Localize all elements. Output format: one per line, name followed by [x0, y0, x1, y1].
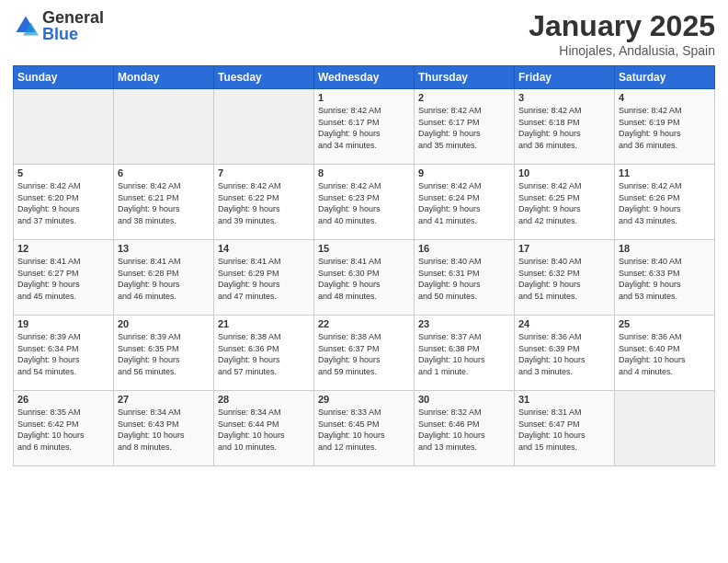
day-number: 29 — [318, 394, 410, 405]
day-number: 12 — [17, 243, 109, 254]
day-info: Sunrise: 8:41 AM Sunset: 6:30 PM Dayligh… — [318, 256, 410, 302]
day-cell — [214, 89, 314, 165]
day-cell: 1Sunrise: 8:42 AM Sunset: 6:17 PM Daylig… — [314, 89, 415, 165]
week-row-1: 5Sunrise: 8:42 AM Sunset: 6:20 PM Daylig… — [14, 165, 715, 240]
day-info: Sunrise: 8:42 AM Sunset: 6:23 PM Dayligh… — [318, 180, 410, 226]
header-tuesday: Tuesday — [214, 66, 314, 89]
day-info: Sunrise: 8:40 AM Sunset: 6:33 PM Dayligh… — [619, 256, 711, 302]
day-cell: 26Sunrise: 8:35 AM Sunset: 6:42 PM Dayli… — [14, 391, 114, 466]
day-number: 17 — [518, 243, 610, 254]
day-cell: 12Sunrise: 8:41 AM Sunset: 6:27 PM Dayli… — [14, 240, 114, 316]
day-info: Sunrise: 8:42 AM Sunset: 6:17 PM Dayligh… — [418, 105, 510, 151]
day-number: 20 — [118, 318, 210, 329]
day-info: Sunrise: 8:42 AM Sunset: 6:18 PM Dayligh… — [518, 105, 610, 151]
day-cell: 11Sunrise: 8:42 AM Sunset: 6:26 PM Dayli… — [615, 165, 715, 240]
day-info: Sunrise: 8:36 AM Sunset: 6:39 PM Dayligh… — [518, 331, 610, 377]
day-info: Sunrise: 8:41 AM Sunset: 6:29 PM Dayligh… — [218, 256, 310, 302]
day-cell — [114, 89, 214, 165]
day-number: 5 — [17, 167, 109, 178]
header: General Blue January 2025 Hinojales, And… — [13, 9, 715, 58]
day-info: Sunrise: 8:34 AM Sunset: 6:43 PM Dayligh… — [118, 407, 210, 453]
day-cell — [615, 391, 715, 466]
day-info: Sunrise: 8:42 AM Sunset: 6:25 PM Dayligh… — [518, 180, 610, 226]
day-info: Sunrise: 8:42 AM Sunset: 6:19 PM Dayligh… — [619, 105, 711, 151]
week-row-3: 19Sunrise: 8:39 AM Sunset: 6:34 PM Dayli… — [14, 316, 715, 391]
day-info: Sunrise: 8:38 AM Sunset: 6:37 PM Dayligh… — [318, 331, 410, 377]
day-number: 9 — [418, 167, 510, 178]
day-info: Sunrise: 8:42 AM Sunset: 6:17 PM Dayligh… — [318, 105, 410, 151]
day-number: 19 — [17, 318, 109, 329]
day-cell: 30Sunrise: 8:32 AM Sunset: 6:46 PM Dayli… — [415, 391, 515, 466]
day-cell: 23Sunrise: 8:37 AM Sunset: 6:38 PM Dayli… — [415, 316, 515, 391]
day-cell: 6Sunrise: 8:42 AM Sunset: 6:21 PM Daylig… — [114, 165, 214, 240]
header-sunday: Sunday — [14, 66, 114, 89]
day-cell: 5Sunrise: 8:42 AM Sunset: 6:20 PM Daylig… — [14, 165, 114, 240]
day-number: 6 — [118, 167, 210, 178]
logo-general: General — [42, 9, 104, 26]
week-row-0: 1Sunrise: 8:42 AM Sunset: 6:17 PM Daylig… — [14, 89, 715, 165]
location-subtitle: Hinojales, Andalusia, Spain — [529, 43, 715, 58]
day-info: Sunrise: 8:33 AM Sunset: 6:45 PM Dayligh… — [318, 407, 410, 453]
day-cell: 18Sunrise: 8:40 AM Sunset: 6:33 PM Dayli… — [615, 240, 715, 316]
day-cell: 22Sunrise: 8:38 AM Sunset: 6:37 PM Dayli… — [314, 316, 415, 391]
day-cell — [14, 89, 114, 165]
day-info: Sunrise: 8:42 AM Sunset: 6:24 PM Dayligh… — [418, 180, 510, 226]
day-info: Sunrise: 8:32 AM Sunset: 6:46 PM Dayligh… — [418, 407, 510, 453]
day-info: Sunrise: 8:42 AM Sunset: 6:22 PM Dayligh… — [218, 180, 310, 226]
week-row-2: 12Sunrise: 8:41 AM Sunset: 6:27 PM Dayli… — [14, 240, 715, 316]
logo-icon — [13, 13, 39, 39]
logo: General Blue — [13, 9, 104, 42]
day-cell: 25Sunrise: 8:36 AM Sunset: 6:40 PM Dayli… — [615, 316, 715, 391]
day-cell: 13Sunrise: 8:41 AM Sunset: 6:28 PM Dayli… — [114, 240, 214, 316]
day-cell: 14Sunrise: 8:41 AM Sunset: 6:29 PM Dayli… — [214, 240, 314, 316]
day-cell: 17Sunrise: 8:40 AM Sunset: 6:32 PM Dayli… — [515, 240, 615, 316]
day-info: Sunrise: 8:35 AM Sunset: 6:42 PM Dayligh… — [17, 407, 109, 453]
day-info: Sunrise: 8:34 AM Sunset: 6:44 PM Dayligh… — [218, 407, 310, 453]
day-info: Sunrise: 8:37 AM Sunset: 6:38 PM Dayligh… — [418, 331, 510, 377]
day-info: Sunrise: 8:39 AM Sunset: 6:35 PM Dayligh… — [118, 331, 210, 377]
header-saturday: Saturday — [615, 66, 715, 89]
day-cell: 8Sunrise: 8:42 AM Sunset: 6:23 PM Daylig… — [314, 165, 415, 240]
day-number: 13 — [118, 243, 210, 254]
calendar-table: SundayMondayTuesdayWednesdayThursdayFrid… — [13, 65, 715, 466]
day-number: 22 — [318, 318, 410, 329]
day-cell: 21Sunrise: 8:38 AM Sunset: 6:36 PM Dayli… — [214, 316, 314, 391]
logo-text: General Blue — [42, 9, 104, 42]
day-cell: 24Sunrise: 8:36 AM Sunset: 6:39 PM Dayli… — [515, 316, 615, 391]
day-number: 16 — [418, 243, 510, 254]
day-info: Sunrise: 8:42 AM Sunset: 6:26 PM Dayligh… — [619, 180, 711, 226]
day-info: Sunrise: 8:42 AM Sunset: 6:20 PM Dayligh… — [17, 180, 109, 226]
day-cell: 10Sunrise: 8:42 AM Sunset: 6:25 PM Dayli… — [515, 165, 615, 240]
header-friday: Friday — [515, 66, 615, 89]
day-number: 8 — [318, 167, 410, 178]
day-number: 10 — [518, 167, 610, 178]
day-cell: 4Sunrise: 8:42 AM Sunset: 6:19 PM Daylig… — [615, 89, 715, 165]
day-cell: 31Sunrise: 8:31 AM Sunset: 6:47 PM Dayli… — [515, 391, 615, 466]
header-thursday: Thursday — [415, 66, 515, 89]
calendar-header-row: SundayMondayTuesdayWednesdayThursdayFrid… — [14, 66, 715, 89]
day-info: Sunrise: 8:41 AM Sunset: 6:27 PM Dayligh… — [17, 256, 109, 302]
day-number: 18 — [619, 243, 711, 254]
logo-blue: Blue — [42, 26, 104, 42]
day-info: Sunrise: 8:38 AM Sunset: 6:36 PM Dayligh… — [218, 331, 310, 377]
day-info: Sunrise: 8:39 AM Sunset: 6:34 PM Dayligh… — [17, 331, 109, 377]
day-number: 28 — [218, 394, 310, 405]
day-cell: 16Sunrise: 8:40 AM Sunset: 6:31 PM Dayli… — [415, 240, 515, 316]
day-info: Sunrise: 8:40 AM Sunset: 6:31 PM Dayligh… — [418, 256, 510, 302]
day-info: Sunrise: 8:40 AM Sunset: 6:32 PM Dayligh… — [518, 256, 610, 302]
day-number: 21 — [218, 318, 310, 329]
page-container: General Blue January 2025 Hinojales, And… — [0, 0, 728, 476]
day-number: 1 — [318, 92, 410, 103]
day-number: 26 — [17, 394, 109, 405]
day-number: 2 — [418, 92, 510, 103]
day-number: 11 — [619, 167, 711, 178]
day-number: 15 — [318, 243, 410, 254]
day-number: 30 — [418, 394, 510, 405]
day-cell: 28Sunrise: 8:34 AM Sunset: 6:44 PM Dayli… — [214, 391, 314, 466]
day-number: 14 — [218, 243, 310, 254]
day-cell: 27Sunrise: 8:34 AM Sunset: 6:43 PM Dayli… — [114, 391, 214, 466]
day-info: Sunrise: 8:36 AM Sunset: 6:40 PM Dayligh… — [619, 331, 711, 377]
day-number: 25 — [619, 318, 711, 329]
day-cell: 2Sunrise: 8:42 AM Sunset: 6:17 PM Daylig… — [415, 89, 515, 165]
day-info: Sunrise: 8:42 AM Sunset: 6:21 PM Dayligh… — [118, 180, 210, 226]
